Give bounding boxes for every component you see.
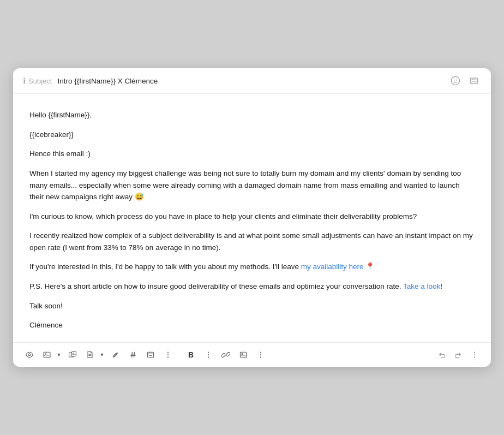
svg-rect-11 (71, 351, 76, 356)
emoji-button[interactable] (448, 75, 463, 87)
subject-label: ℹ Subject (23, 76, 52, 85)
email-composer: ℹ Subject Intro {{firstName}} X Clémence (13, 68, 491, 367)
image-dropdown-button[interactable]: ▼ (55, 347, 63, 362)
svg-point-31 (260, 354, 261, 355)
subject-bar: ℹ Subject Intro {{firstName}} X Clémence (13, 68, 491, 94)
subject-icon: ℹ (23, 76, 26, 85)
svg-point-23 (167, 356, 169, 357)
subject-value[interactable]: Intro {{firstName}} X Clémence (57, 77, 443, 85)
undo-button[interactable] (434, 347, 449, 362)
svg-point-7 (28, 354, 31, 356)
svg-rect-28 (240, 352, 246, 357)
svg-rect-3 (470, 78, 478, 84)
svg-point-34 (474, 354, 475, 355)
paragraph2: I'm curious to know, which process do yo… (29, 211, 475, 223)
preview-button[interactable] (22, 347, 37, 362)
gallery-button[interactable] (65, 347, 80, 362)
svg-point-32 (260, 356, 261, 357)
paragraph5: P.S. Here's a short article on how to in… (29, 281, 475, 293)
paragraph4: If you're interested in this, I'd be hap… (29, 261, 475, 273)
intro: Hence this email :) (29, 148, 475, 160)
document-group: ▼ (82, 347, 106, 362)
email-body[interactable]: Hello {{firstName}}, {{icebreaker}} Henc… (13, 94, 491, 342)
svg-rect-19 (147, 352, 153, 357)
unsubscribe-button[interactable] (143, 347, 158, 362)
toolbar-right (434, 347, 482, 362)
image2-button[interactable] (236, 347, 251, 362)
document-button[interactable] (82, 347, 98, 362)
svg-point-33 (474, 351, 475, 353)
signature-button[interactable] (108, 347, 123, 362)
svg-point-26 (208, 356, 209, 357)
svg-point-24 (208, 351, 209, 353)
paragraph5-before: P.S. Here's a short article on how to in… (29, 282, 403, 290)
redo-button[interactable] (451, 347, 466, 362)
subject-actions (448, 75, 481, 87)
variables-button[interactable] (467, 75, 481, 87)
image-button[interactable] (39, 347, 55, 362)
svg-point-35 (474, 356, 475, 357)
more-menu-2[interactable] (201, 347, 216, 362)
availability-link[interactable]: my availability here (301, 263, 364, 271)
closing: Talk soon! (29, 300, 475, 312)
svg-point-22 (167, 354, 169, 355)
greeting: Hello {{firstName}}, (29, 109, 475, 121)
paragraph3: I recently realized how complex of a sub… (29, 230, 475, 253)
svg-point-21 (167, 351, 169, 353)
more-menu-3[interactable] (253, 347, 268, 362)
svg-point-30 (260, 351, 261, 353)
svg-line-15 (132, 352, 133, 357)
svg-rect-8 (44, 352, 50, 357)
paragraph4-before: If you're interested in this, I'd be hap… (29, 263, 301, 271)
image-group: ▼ (39, 347, 63, 362)
svg-point-25 (208, 354, 209, 355)
svg-point-29 (242, 353, 243, 354)
hash-button[interactable] (125, 347, 141, 362)
icebreaker: {{icebreaker}} (29, 129, 475, 141)
svg-point-9 (45, 353, 46, 354)
paragraph5-after: ! (440, 282, 442, 290)
paragraph1: When I started my agency my biggest chal… (29, 168, 475, 203)
subject-label-text: Subject (28, 77, 52, 85)
document-dropdown-button[interactable]: ▼ (98, 347, 106, 362)
svg-point-2 (456, 80, 457, 81)
toolbar: ▼ ▼ (13, 342, 491, 367)
article-link[interactable]: Take a look (403, 282, 440, 290)
link-button[interactable] (218, 347, 233, 362)
svg-line-27 (225, 354, 226, 355)
svg-line-16 (134, 352, 135, 357)
more-menu-1[interactable] (160, 347, 176, 362)
signature: Clémence (29, 319, 475, 331)
svg-point-0 (451, 76, 459, 85)
more-menu-4[interactable] (467, 347, 482, 362)
paragraph4-after: 📍 (364, 263, 375, 271)
bold-button[interactable]: B (183, 347, 199, 362)
svg-point-1 (454, 80, 455, 81)
